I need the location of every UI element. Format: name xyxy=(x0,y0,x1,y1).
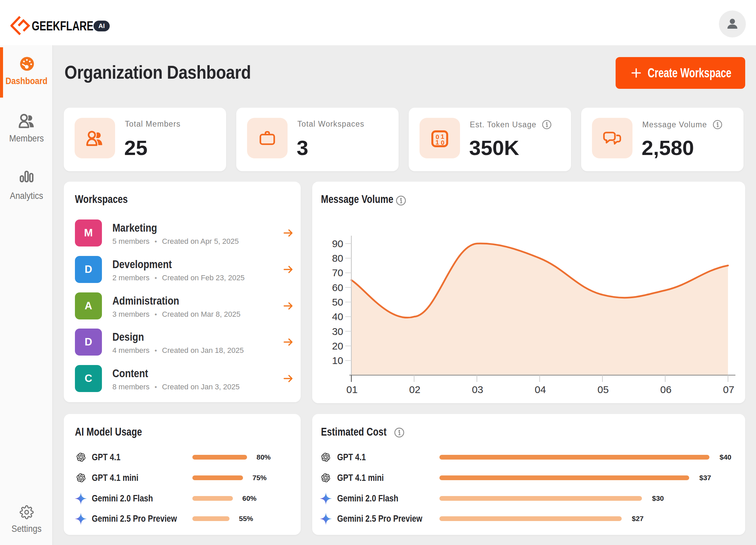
svg-text:90: 90 xyxy=(332,238,343,249)
svg-text:05: 05 xyxy=(597,384,609,395)
svg-text:20: 20 xyxy=(332,340,343,352)
svg-text:04: 04 xyxy=(535,384,546,395)
svg-text:70: 70 xyxy=(332,267,343,278)
svg-text:1: 1 xyxy=(435,139,439,146)
svg-text:40: 40 xyxy=(332,311,343,322)
svg-text:50: 50 xyxy=(332,296,343,308)
svg-text:0: 0 xyxy=(441,139,444,146)
svg-text:80: 80 xyxy=(332,253,343,264)
svg-text:07: 07 xyxy=(723,384,734,395)
svg-text:06: 06 xyxy=(660,384,671,395)
svg-text:03: 03 xyxy=(472,384,483,395)
svg-text:60: 60 xyxy=(332,282,343,293)
svg-text:10: 10 xyxy=(332,355,343,366)
svg-text:01: 01 xyxy=(346,384,357,395)
svg-text:02: 02 xyxy=(409,384,420,395)
svg-text:30: 30 xyxy=(332,326,343,337)
